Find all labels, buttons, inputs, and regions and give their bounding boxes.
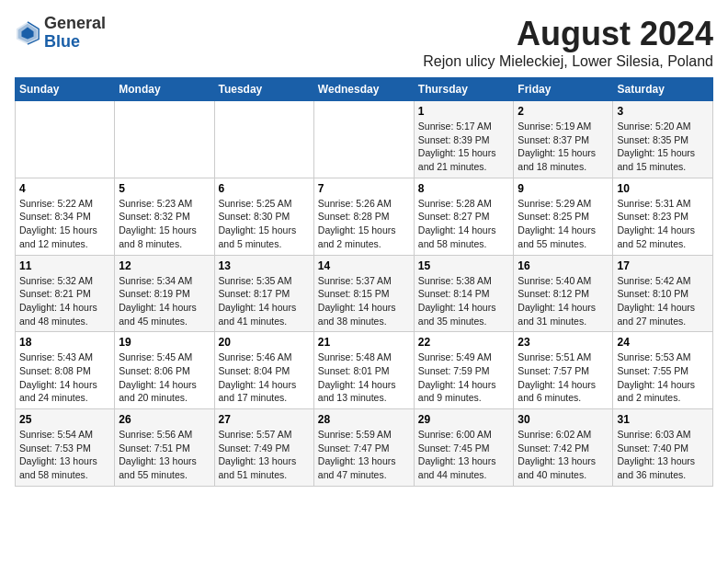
day-number: 26 [119,413,210,426]
day-number: 2 [518,105,609,118]
page-header: General Blue August 2024 Rejon ulicy Mie… [15,15,713,70]
day-number: 28 [318,413,410,426]
day-info: Sunrise: 5:45 AMSunset: 8:06 PMDaylight:… [119,350,210,405]
calendar-cell: 17Sunrise: 5:42 AMSunset: 8:10 PMDayligh… [613,255,713,332]
day-number: 12 [119,259,210,272]
logo-general: General [44,15,106,33]
calendar-cell [16,101,115,178]
calendar-week-row: 11Sunrise: 5:32 AMSunset: 8:21 PMDayligh… [16,255,713,332]
day-number: 20 [219,336,310,349]
day-number: 16 [518,259,609,272]
calendar-cell: 3Sunrise: 5:20 AMSunset: 8:35 PMDaylight… [613,101,713,178]
day-number: 18 [19,336,110,349]
day-number: 30 [518,413,609,426]
day-number: 8 [418,182,510,195]
calendar-cell: 5Sunrise: 5:23 AMSunset: 8:32 PMDaylight… [115,178,214,255]
calendar-cell: 6Sunrise: 5:25 AMSunset: 8:30 PMDaylight… [214,178,313,255]
calendar-cell: 25Sunrise: 5:54 AMSunset: 7:53 PMDayligh… [16,409,115,487]
calendar-cell: 10Sunrise: 5:31 AMSunset: 8:23 PMDayligh… [613,178,713,255]
calendar-cell: 23Sunrise: 5:51 AMSunset: 7:57 PMDayligh… [514,332,613,409]
day-number: 5 [119,182,210,195]
calendar-cell: 22Sunrise: 5:49 AMSunset: 7:59 PMDayligh… [414,332,514,409]
day-info: Sunrise: 5:35 AMSunset: 8:17 PMDaylight:… [219,274,310,328]
calendar-cell: 18Sunrise: 5:43 AMSunset: 8:08 PMDayligh… [16,332,115,409]
header-day: Sunday [16,78,115,101]
calendar-cell: 2Sunrise: 5:19 AMSunset: 8:37 PMDaylight… [514,101,613,178]
calendar-cell: 8Sunrise: 5:28 AMSunset: 8:27 PMDaylight… [414,178,514,255]
calendar-cell: 30Sunrise: 6:02 AMSunset: 7:42 PMDayligh… [514,409,613,487]
calendar-cell: 19Sunrise: 5:45 AMSunset: 8:06 PMDayligh… [115,332,214,409]
day-number: 11 [19,259,110,272]
day-number: 24 [617,336,709,349]
calendar-cell: 31Sunrise: 6:03 AMSunset: 7:40 PMDayligh… [613,409,713,487]
day-number: 21 [318,336,410,349]
day-number: 31 [617,413,709,426]
calendar-cell: 7Sunrise: 5:26 AMSunset: 8:28 PMDaylight… [313,178,414,255]
day-number: 19 [119,336,210,349]
day-number: 10 [617,182,709,195]
day-number: 13 [219,259,310,272]
header-day: Tuesday [214,78,313,101]
calendar-cell: 1Sunrise: 5:17 AMSunset: 8:39 PMDaylight… [414,101,514,178]
day-info: Sunrise: 5:51 AMSunset: 7:57 PMDaylight:… [518,350,609,405]
title-block: August 2024 Rejon ulicy Mieleckiej, Lowe… [423,15,713,70]
header-day: Monday [115,78,214,101]
logo-blue: Blue [44,33,106,52]
calendar-cell: 13Sunrise: 5:35 AMSunset: 8:17 PMDayligh… [214,255,313,332]
day-info: Sunrise: 5:38 AMSunset: 8:14 PMDaylight:… [418,274,510,328]
day-info: Sunrise: 5:23 AMSunset: 8:32 PMDaylight:… [119,197,210,251]
day-info: Sunrise: 5:48 AMSunset: 8:01 PMDaylight:… [318,350,410,405]
day-info: Sunrise: 5:25 AMSunset: 8:30 PMDaylight:… [219,197,310,251]
day-number: 22 [418,336,510,349]
day-info: Sunrise: 5:19 AMSunset: 8:37 PMDaylight:… [518,120,609,174]
day-info: Sunrise: 5:54 AMSunset: 7:53 PMDaylight:… [19,428,110,482]
day-info: Sunrise: 5:31 AMSunset: 8:23 PMDaylight:… [617,197,709,251]
day-number: 29 [418,413,510,426]
calendar-cell: 15Sunrise: 5:38 AMSunset: 8:14 PMDayligh… [414,255,514,332]
header-day: Thursday [414,78,514,101]
day-info: Sunrise: 5:46 AMSunset: 8:04 PMDaylight:… [219,350,310,405]
day-number: 3 [617,105,709,118]
day-number: 9 [518,182,609,195]
day-info: Sunrise: 6:00 AMSunset: 7:45 PMDaylight:… [418,428,510,482]
calendar-cell: 20Sunrise: 5:46 AMSunset: 8:04 PMDayligh… [214,332,313,409]
day-info: Sunrise: 5:26 AMSunset: 8:28 PMDaylight:… [318,197,410,251]
calendar-week-row: 4Sunrise: 5:22 AMSunset: 8:34 PMDaylight… [16,178,713,255]
day-info: Sunrise: 5:40 AMSunset: 8:12 PMDaylight:… [518,274,609,328]
calendar-cell [313,101,414,178]
calendar-table: SundayMondayTuesdayWednesdayThursdayFrid… [15,77,713,487]
day-info: Sunrise: 5:29 AMSunset: 8:25 PMDaylight:… [518,197,609,251]
calendar-week-row: 18Sunrise: 5:43 AMSunset: 8:08 PMDayligh… [16,332,713,409]
day-info: Sunrise: 5:56 AMSunset: 7:51 PMDaylight:… [119,428,210,482]
header-day: Friday [514,78,613,101]
day-info: Sunrise: 5:34 AMSunset: 8:19 PMDaylight:… [119,274,210,328]
day-number: 6 [219,182,310,195]
day-info: Sunrise: 5:57 AMSunset: 7:49 PMDaylight:… [219,428,310,482]
calendar-cell: 21Sunrise: 5:48 AMSunset: 8:01 PMDayligh… [313,332,414,409]
day-info: Sunrise: 5:37 AMSunset: 8:15 PMDaylight:… [318,274,410,328]
calendar-cell: 24Sunrise: 5:53 AMSunset: 7:55 PMDayligh… [613,332,713,409]
calendar-cell: 29Sunrise: 6:00 AMSunset: 7:45 PMDayligh… [414,409,514,487]
logo-text: General Blue [44,15,106,52]
day-number: 14 [318,259,410,272]
day-info: Sunrise: 5:53 AMSunset: 7:55 PMDaylight:… [617,350,709,405]
day-info: Sunrise: 6:02 AMSunset: 7:42 PMDaylight:… [518,428,609,482]
calendar-cell: 28Sunrise: 5:59 AMSunset: 7:47 PMDayligh… [313,409,414,487]
day-number: 1 [418,105,510,118]
day-info: Sunrise: 5:49 AMSunset: 7:59 PMDaylight:… [418,350,510,405]
calendar-cell: 26Sunrise: 5:56 AMSunset: 7:51 PMDayligh… [115,409,214,487]
day-info: Sunrise: 5:43 AMSunset: 8:08 PMDaylight:… [19,350,110,405]
day-number: 23 [518,336,609,349]
logo-icon [15,20,40,46]
header-row: SundayMondayTuesdayWednesdayThursdayFrid… [16,78,713,101]
day-info: Sunrise: 5:22 AMSunset: 8:34 PMDaylight:… [19,197,110,251]
day-info: Sunrise: 5:42 AMSunset: 8:10 PMDaylight:… [617,274,709,328]
calendar-week-row: 1Sunrise: 5:17 AMSunset: 8:39 PMDaylight… [16,101,713,178]
day-info: Sunrise: 5:32 AMSunset: 8:21 PMDaylight:… [19,274,110,328]
calendar-week-row: 25Sunrise: 5:54 AMSunset: 7:53 PMDayligh… [16,409,713,487]
calendar-cell [115,101,214,178]
calendar-cell: 4Sunrise: 5:22 AMSunset: 8:34 PMDaylight… [16,178,115,255]
header-day: Saturday [613,78,713,101]
calendar-cell: 12Sunrise: 5:34 AMSunset: 8:19 PMDayligh… [115,255,214,332]
day-number: 15 [418,259,510,272]
